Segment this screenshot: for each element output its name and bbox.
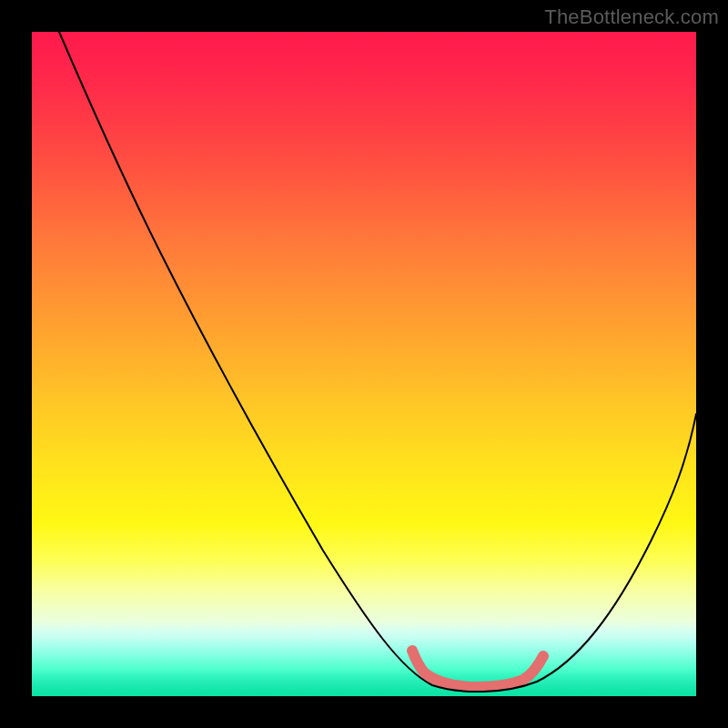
bottleneck-curve	[59, 32, 696, 692]
chart-stage: TheBottleneck.com	[0, 0, 728, 728]
plot-area	[32, 32, 696, 696]
highlight-segment	[412, 651, 543, 687]
curve-svg	[32, 32, 696, 696]
watermark-text: TheBottleneck.com	[544, 5, 719, 29]
